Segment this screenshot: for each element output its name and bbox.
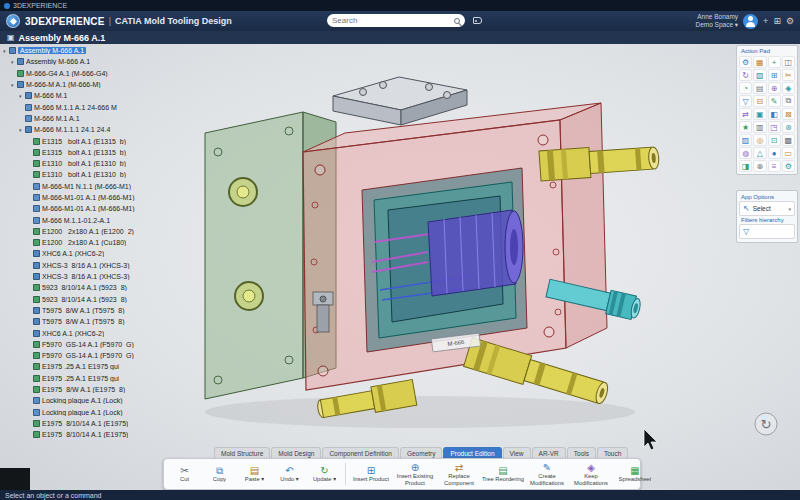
tree-item[interactable]: M-666-M1 N.1.1 (M-666-M1) [3, 181, 157, 192]
tree-item[interactable]: E1315_ bolt A.1 (E1315_b) [3, 135, 157, 146]
action-pad-tool-icon[interactable]: ◧ [768, 108, 781, 120]
apps-icon[interactable]: ⊞ [773, 16, 781, 26]
tree-item[interactable]: XHC6 A.1 (XHC6-2) [3, 248, 157, 259]
copy-button[interactable]: ⧉Copy [203, 465, 236, 482]
update-button[interactable]: ↻Update ▾ [308, 465, 341, 482]
paste-button[interactable]: ▤Paste ▾ [238, 465, 271, 482]
search-input[interactable] [332, 16, 451, 25]
user-info[interactable]: Anne Bonamy Demo Space ▾ [695, 13, 738, 29]
action-pad-tool-icon[interactable]: ⧉ [782, 95, 795, 107]
tree-item[interactable]: XHCS-3_8/16 A.1 (XHCS-3) [3, 271, 157, 282]
user-avatar[interactable] [743, 14, 758, 29]
top-clamp-block[interactable] [333, 77, 467, 125]
action-pad-tool-icon[interactable]: ◫ [782, 56, 795, 68]
action-pad-tool-icon[interactable]: ⊗ [753, 160, 766, 172]
tree-item[interactable]: Locking plaque A.1 (Lock) [3, 395, 157, 406]
tree-item[interactable]: E1975 .25 A.1 E1975 gui [3, 361, 157, 372]
tree-item[interactable]: ▾Assembly M-666 A.1 [3, 45, 157, 56]
tree-item[interactable]: T5975_8/W A.1 (T5975_8) [3, 316, 157, 327]
create-modifications-button[interactable]: ✎Create Modifications [526, 462, 568, 485]
tag-icon[interactable] [473, 17, 482, 24]
action-pad-tool-icon[interactable]: ⊠ [782, 108, 795, 120]
action-pad-tool-icon[interactable]: ▦ [753, 56, 766, 68]
action-pad-tool-icon[interactable]: ⊛ [782, 121, 795, 133]
action-pad-tool-icon[interactable]: ⊞ [768, 69, 781, 81]
action-pad-tool-icon[interactable]: ↻ [739, 69, 752, 81]
tree-item[interactable]: E1975_8/W A.1 (E1975_8) [3, 384, 157, 395]
tree-item[interactable]: E1310_ bolt A.1 (E1310_b) [3, 169, 157, 180]
tree-item[interactable]: XHCS-3_8/16 A.1 (XHCS-3) [3, 260, 157, 271]
action-pad-tool-icon[interactable]: ● [768, 147, 781, 159]
replace-button[interactable]: ⇄Replace Component [438, 462, 480, 485]
tree-item[interactable]: 5923_8/10/14 A.1 (5923_8) [3, 294, 157, 305]
tree-item[interactable]: E1310_ bolt A.1 (E1310_b) [3, 158, 157, 169]
action-pad-tool-icon[interactable]: △ [753, 147, 766, 159]
tree-item[interactable]: Locking plaque A.1 (Lock) [3, 407, 157, 418]
tree-item[interactable]: F5970_GS-14 A.1 (F5970_G) [3, 350, 157, 361]
filters-tool[interactable]: ▽ [739, 224, 795, 239]
keep-modifications-button[interactable]: ◈Keep Modifications [570, 462, 612, 485]
action-pad-tool-icon[interactable]: ✂ [782, 69, 795, 81]
tree-item[interactable]: XHC6 A.1 (XHC6-2) [3, 327, 157, 338]
tree-item[interactable]: E1315_ bolt A.1 (E1315_b) [3, 147, 157, 158]
tree-item[interactable]: F5970_GS-14 A.1 (F5970_G) [3, 339, 157, 350]
action-pad-tool-icon[interactable]: ⚙ [782, 160, 795, 172]
collapsed-panel[interactable] [0, 468, 30, 490]
action-pad-tool-icon[interactable]: ▧ [753, 69, 766, 81]
action-pad-tool-icon[interactable]: ▽ [739, 95, 752, 107]
tree-item[interactable]: E1975 .25 A.1 E1975 gui [3, 373, 157, 384]
tree-item[interactable]: E1200_ 2x180 A.1 (E1200_2) [3, 226, 157, 237]
tree-item[interactable]: ▾M-666 M.1 [3, 90, 157, 101]
spreadsheet-button[interactable]: ▦Spreadsheet [614, 465, 656, 482]
tree-item[interactable]: M-666-M1-01 A.1 (M-666-M1) [3, 203, 157, 214]
tree-item[interactable]: M-666 M.1 A.1 [3, 113, 157, 124]
action-pad-tool-icon[interactable]: ▤ [753, 82, 766, 94]
select-tool[interactable]: ↖ Select ▾ [739, 201, 795, 216]
action-pad-tool-icon[interactable]: ⊟ [753, 95, 766, 107]
undo-button[interactable]: ↶Undo ▾ [273, 465, 306, 482]
tree-item[interactable]: ▾Assembly M-666 A.1 [3, 56, 157, 67]
tree-item[interactable]: ▾M-666 M.1.1.1 24.1 24.4 [3, 124, 157, 135]
action-pad-tool-icon[interactable]: ▭ [782, 147, 795, 159]
cut-button[interactable]: ✂Cut [168, 465, 201, 482]
action-pad-tool-icon[interactable]: ⊡ [768, 134, 781, 146]
insert-existing-button[interactable]: ⊕Insert Existing Product [394, 462, 436, 485]
settings-gear-icon[interactable]: ⚙ [786, 16, 794, 26]
action-pad-tool-icon[interactable]: ★ [739, 121, 752, 133]
action-pad-tool-icon[interactable]: ◔ [739, 82, 752, 94]
tree-item[interactable]: 5923_8/10/14 A.1 (5923_8) [3, 282, 157, 293]
action-pad-tool-icon[interactable]: ⇄ [739, 108, 752, 120]
tree-item[interactable]: M-666-G4 A.1 (M-666-G4) [3, 68, 157, 79]
tree-item[interactable]: E1975_8/10/14 A.1 (E1975) [3, 429, 157, 440]
action-pad-tool-icon[interactable]: ⚙ [739, 56, 752, 68]
action-pad-tool-icon[interactable]: ≡ [768, 160, 781, 172]
cavity-window-internals[interactable] [362, 168, 527, 352]
action-pad-tool-icon[interactable]: + [768, 56, 781, 68]
action-pad-tool-icon[interactable]: ◨ [739, 160, 752, 172]
action-pad-tool-icon[interactable]: ▥ [753, 121, 766, 133]
tree-item[interactable]: T5975_8/W A.1 (T5975_8) [3, 305, 157, 316]
tree-item[interactable]: E1200_ 2x180 A.1 (Cu180) [3, 237, 157, 248]
3dexperience-compass-icon[interactable] [6, 14, 20, 28]
core-cylinder-purple[interactable] [428, 210, 523, 296]
action-pad-tool-icon[interactable]: ▣ [753, 108, 766, 120]
tree-reorder-button[interactable]: ▤Tree Reordering [482, 465, 524, 482]
tree-item[interactable]: M-666-M1-01 A.1 (M-666-M1) [3, 192, 157, 203]
action-pad-tool-icon[interactable]: ◎ [753, 134, 766, 146]
add-icon[interactable]: + [763, 16, 768, 26]
tree-item[interactable]: E1975_8/10/14 A.1 (E1975) [3, 418, 157, 429]
rotate-view-widget[interactable]: ↻ [755, 413, 777, 435]
tree-item[interactable]: M-666 M.1.1-01.2-A.1 [3, 214, 157, 225]
search-icon[interactable] [454, 18, 460, 24]
insert-product-button[interactable]: ⊞Insert Product [350, 465, 392, 482]
action-pad-tool-icon[interactable]: ⊕ [768, 82, 781, 94]
tree-item[interactable]: M-666 M.1.1 A.1 24-666 M [3, 101, 157, 112]
action-pad-tool-icon[interactable]: ▩ [782, 134, 795, 146]
global-search[interactable] [327, 14, 465, 27]
action-pad-tool-icon[interactable]: ◳ [768, 121, 781, 133]
action-pad-tool-icon[interactable]: ◈ [782, 82, 795, 94]
tree-item[interactable]: ▾M-666-M A.1 (M-666-M) [3, 79, 157, 90]
spec-tree[interactable]: ▾Assembly M-666 A.1▾Assembly M-666 A.1M-… [3, 45, 157, 442]
action-pad-tool-icon[interactable]: ◍ [739, 147, 752, 159]
action-pad-tool-icon[interactable]: ▨ [739, 134, 752, 146]
